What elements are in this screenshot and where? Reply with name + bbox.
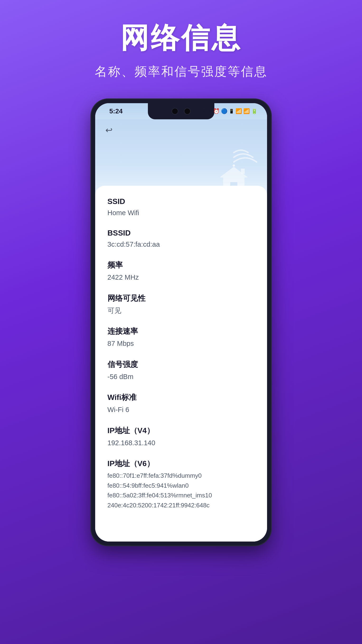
battery-icon: 🔋 xyxy=(251,108,258,114)
back-icon: ↩ xyxy=(105,125,113,135)
signal-strength-label: 信号强度 xyxy=(108,359,255,370)
visibility-value: 可见 xyxy=(108,306,255,316)
visibility-label: 网络可见性 xyxy=(108,293,255,304)
phone-bottom-space xyxy=(95,532,267,542)
bssid-value: 3c:cd:57:fa:cd:aa xyxy=(108,239,255,250)
bluetooth-icon: 🔵 xyxy=(221,108,227,114)
signal-icon: 📶 xyxy=(243,108,250,114)
wifi-standard-value: Wi-Fi 6 xyxy=(108,405,255,415)
svg-rect-3 xyxy=(241,169,245,174)
page-title: 网络信息 xyxy=(95,19,267,58)
camera-hole-right xyxy=(184,108,191,114)
bssid-row: BSSID 3c:cd:57:fa:cd:aa xyxy=(108,229,255,250)
ssid-label: SSID xyxy=(108,197,255,206)
visibility-row: 网络可见性 可见 xyxy=(108,293,255,316)
status-icons: 👁 N ⏰ 🔵 📱 📶 📶 🔋 xyxy=(202,108,258,114)
svg-point-4 xyxy=(233,164,235,167)
link-speed-label: 连接速率 xyxy=(108,326,255,336)
ssid-row: SSID Home Wifi xyxy=(108,197,255,218)
data-icon: 📱 xyxy=(229,109,234,114)
frequency-row: 频率 2422 MHz xyxy=(108,260,255,283)
status-bar: 5:24 👁 N ⏰ 🔵 📱 📶 📶 🔋 xyxy=(95,103,267,119)
link-speed-value: 87 Mbps xyxy=(108,338,255,349)
bssid-label: BSSID xyxy=(108,229,255,238)
ipv4-value: 192.168.31.140 xyxy=(108,438,255,448)
ipv6-value: fe80::70f1:e7ff:fefa:37fd%dummy0 fe80::5… xyxy=(108,471,255,510)
frequency-value: 2422 MHz xyxy=(108,272,255,283)
ipv4-row: IP地址（V4） 192.168.31.140 xyxy=(108,426,255,448)
ipv6-label: IP地址（V6） xyxy=(108,458,255,469)
wifi-standard-label: Wifi标准 xyxy=(108,392,255,403)
phone-wrapper: 5:24 👁 N ⏰ 🔵 📱 📶 📶 🔋 xyxy=(91,99,271,546)
signal-strength-value: -56 dBm xyxy=(108,372,255,382)
wifi-icon: 📶 xyxy=(235,108,242,114)
frequency-label: 频率 xyxy=(108,260,255,270)
alarm-icon: ⏰ xyxy=(213,108,220,114)
wifi-house-illustration xyxy=(210,138,258,190)
signal-strength-row: 信号强度 -56 dBm xyxy=(108,359,255,382)
back-button[interactable]: ↩ xyxy=(103,124,115,136)
eye-icon: 👁 xyxy=(202,108,207,114)
phone-screen: 5:24 👁 N ⏰ 🔵 📱 📶 📶 🔋 xyxy=(95,103,267,542)
ssid-value: Home Wifi xyxy=(108,208,255,218)
nfc-icon: N xyxy=(209,109,212,114)
phone-frame: 5:24 👁 N ⏰ 🔵 📱 📶 📶 🔋 xyxy=(91,99,271,546)
app-header: ↩ xyxy=(95,119,267,195)
page-subtitle: 名称、频率和信号强度等信息 xyxy=(95,63,267,80)
wifi-standard-row: Wifi标准 Wi-Fi 6 xyxy=(108,392,255,415)
ipv6-row: IP地址（V6） fe80::70f1:e7ff:fefa:37fd%dummy… xyxy=(108,458,255,510)
camera-hole-left xyxy=(172,108,178,114)
ipv4-label: IP地址（V4） xyxy=(108,426,255,436)
content-area: SSID Home Wifi BSSID 3c:cd:57:fa:cd:aa 频… xyxy=(95,186,267,532)
page-title-area: 网络信息 名称、频率和信号强度等信息 xyxy=(95,19,267,80)
status-time: 5:24 xyxy=(109,108,123,115)
link-speed-row: 连接速率 87 Mbps xyxy=(108,326,255,349)
